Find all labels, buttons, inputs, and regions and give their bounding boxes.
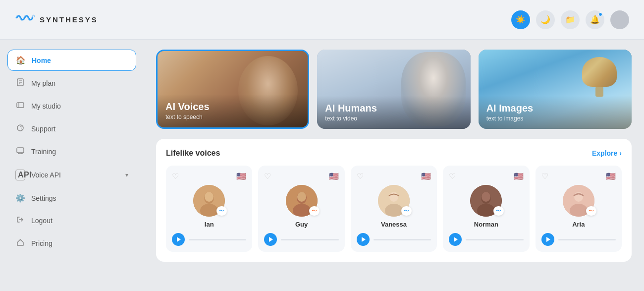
flag-vanessa: 🇺🇸 <box>421 172 431 181</box>
sidebar-item-my-studio[interactable]: My studio <box>7 96 136 116</box>
sidebar-item-label-pricing: Pricing <box>31 239 53 247</box>
sidebar-item-label-plan: My plan <box>31 79 55 87</box>
vanessa-play-bar <box>357 233 431 246</box>
svg-text:?: ? <box>20 125 23 131</box>
guy-play-button[interactable] <box>264 233 277 246</box>
aria-play-button[interactable] <box>541 233 554 246</box>
sidebar-item-my-plan[interactable]: My plan <box>7 73 136 94</box>
ai-humans-overlay: AI Humans text to video <box>317 96 470 129</box>
svg-point-19 <box>297 192 306 202</box>
app-layout: 🏠 Home My plan My studio ? Support Tra <box>0 40 644 291</box>
sidebar-item-logout[interactable]: Logout <box>7 210 136 231</box>
voice-card-ian[interactable]: ♡ 🇺🇸 〜 <box>166 166 252 252</box>
ai-images-overlay: AI Images text to images <box>479 96 632 129</box>
ai-humans-title: AI Humans <box>325 103 462 114</box>
sidebar-item-support[interactable]: ? Support <box>7 118 136 139</box>
voice-card-aria[interactable]: ♡ 🇺🇸 〜 <box>536 166 622 252</box>
ian-progress <box>189 239 246 240</box>
logo: SYNTHESYS <box>15 10 98 29</box>
ian-play-bar <box>172 233 246 246</box>
sidebar-item-home[interactable]: 🏠 Home <box>7 50 136 71</box>
support-icon: ? <box>15 124 25 134</box>
category-cards: AI Voices text to speech AI Humans text … <box>156 50 632 129</box>
vanessa-avatar-wrapper: 〜 <box>378 185 410 217</box>
voice-card-vanessa[interactable]: ♡ 🇺🇸 〜 <box>351 166 437 252</box>
sidebar-item-label-support: Support <box>31 125 55 133</box>
flag-guy: 🇺🇸 <box>329 172 339 181</box>
header-actions: ☀️ 🌙 📁 🔔 <box>511 10 629 29</box>
theme-dark-button[interactable]: 🌙 <box>536 10 555 29</box>
sidebar-item-pricing[interactable]: Pricing <box>7 233 136 254</box>
category-card-ai-voices[interactable]: AI Voices text to speech <box>156 50 309 129</box>
guy-play-bar <box>264 233 338 246</box>
folder-icon: 📁 <box>565 15 575 24</box>
pricing-icon <box>15 238 25 248</box>
sidebar-item-settings[interactable]: ⚙️ Settings <box>7 188 136 208</box>
ian-name: Ian <box>205 221 214 228</box>
vanessa-play-button[interactable] <box>357 233 370 246</box>
voices-section: Lifelike voices Explore › ♡ 🇺🇸 <box>156 139 632 262</box>
voice-card-ian-top: ♡ 🇺🇸 <box>172 172 246 181</box>
norman-progress <box>466 239 523 240</box>
ian-play-button[interactable] <box>172 233 185 246</box>
studio-icon <box>15 101 25 111</box>
norman-play-button[interactable] <box>449 233 462 246</box>
ai-voices-subtitle: text to speech <box>165 114 300 120</box>
heart-icon-norman[interactable]: ♡ <box>449 172 456 181</box>
sidebar: 🏠 Home My plan My studio ? Support Tra <box>0 40 144 291</box>
voices-header: Lifelike voices Explore › <box>166 149 622 158</box>
sidebar-item-label-logout: Logout <box>31 217 53 225</box>
aria-name: Aria <box>572 221 585 228</box>
svg-point-21 <box>389 192 398 202</box>
training-icon <box>15 147 25 157</box>
bell-icon: 🔔 <box>590 15 600 24</box>
theme-light-button[interactable]: ☀️ <box>511 10 530 29</box>
guy-progress <box>281 239 338 240</box>
sidebar-item-label-home: Home <box>32 57 51 64</box>
logo-text: SYNTHESYS <box>40 15 98 24</box>
sidebar-item-label-studio: My studio <box>31 102 61 110</box>
voice-card-norman-top: ♡ 🇺🇸 <box>449 172 523 181</box>
flag-aria: 🇺🇸 <box>606 172 616 181</box>
category-card-ai-images[interactable]: AI Images text to images <box>479 50 632 129</box>
user-avatar-button[interactable] <box>610 10 629 29</box>
explore-label: Explore <box>592 149 617 157</box>
aria-play-bar <box>541 233 616 246</box>
folder-button[interactable]: 📁 <box>561 10 580 29</box>
settings-icon: ⚙️ <box>15 193 25 203</box>
wave-badge-guy: 〜 <box>309 206 320 216</box>
main-content: AI Voices text to speech AI Humans text … <box>144 40 644 291</box>
home-icon: 🏠 <box>16 56 26 65</box>
voice-card-aria-top: ♡ 🇺🇸 <box>541 172 616 181</box>
svg-rect-8 <box>17 148 24 153</box>
sidebar-item-label-settings: Settings <box>31 194 56 202</box>
notification-badge <box>598 12 602 16</box>
ai-voices-overlay: AI Voices text to speech <box>158 94 308 127</box>
sun-icon: ☀️ <box>516 15 526 24</box>
moon-icon: 🌙 <box>540 15 550 24</box>
heart-icon-aria[interactable]: ♡ <box>541 172 548 181</box>
heart-icon-ian[interactable]: ♡ <box>172 172 179 181</box>
heart-icon-guy[interactable]: ♡ <box>264 172 271 181</box>
explore-link[interactable]: Explore › <box>592 149 622 157</box>
wave-badge-vanessa: 〜 <box>401 206 412 216</box>
vanessa-progress <box>374 239 431 240</box>
chevron-down-icon: ▾ <box>125 172 128 178</box>
heart-icon-vanessa[interactable]: ♡ <box>357 172 364 181</box>
svg-rect-4 <box>17 103 24 108</box>
wave-badge-norman: 〜 <box>493 206 504 216</box>
aria-progress <box>558 239 616 240</box>
notifications-button[interactable]: 🔔 <box>586 10 604 29</box>
ai-humans-subtitle: text to video <box>325 115 462 122</box>
norman-play-bar <box>449 233 523 246</box>
voice-card-vanessa-top: ♡ 🇺🇸 <box>357 172 431 181</box>
sidebar-item-training[interactable]: Training <box>7 141 136 162</box>
logout-icon <box>15 216 25 226</box>
voice-cards-grid: ♡ 🇺🇸 〜 <box>166 166 622 252</box>
voice-card-norman[interactable]: ♡ 🇺🇸 〜 <box>443 166 529 252</box>
sidebar-item-voice-api[interactable]: API Voice API ▾ <box>7 164 136 186</box>
wave-badge-ian: 〜 <box>216 206 227 216</box>
voice-card-guy[interactable]: ♡ 🇺🇸 〜 <box>258 166 344 252</box>
norman-avatar-wrapper: 〜 <box>470 185 502 217</box>
category-card-ai-humans[interactable]: AI Humans text to video <box>317 50 470 129</box>
